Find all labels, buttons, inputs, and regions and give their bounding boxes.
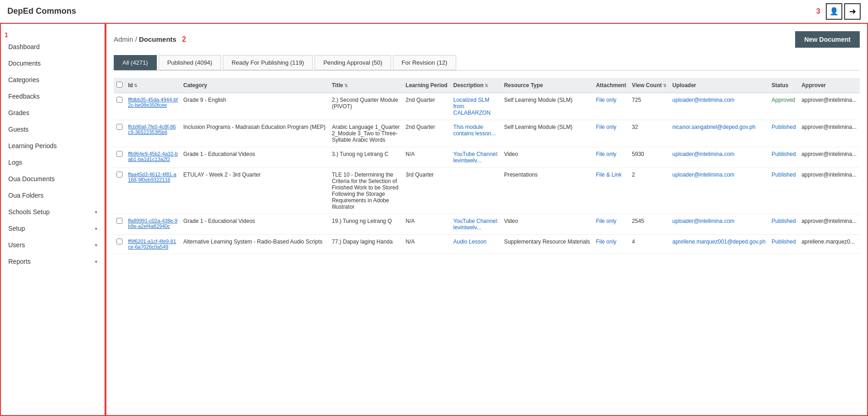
content-area: Admin / Documents 2 New Document All (42… bbox=[105, 23, 868, 416]
sidebar-item-feedbacks[interactable]: Feedbacks bbox=[1, 88, 105, 105]
logout-button[interactable]: ➜ bbox=[844, 3, 861, 20]
col-header-Uploader: Uploader bbox=[669, 78, 769, 93]
document-title: Arabic Language 1_Quarter 2_Module 3_Two… bbox=[329, 120, 403, 147]
table-row: ffa89991-c02a-438e-9b9e-a2ef4a82940cGrad… bbox=[114, 214, 860, 235]
sort-icon[interactable]: ⇅ bbox=[343, 83, 348, 88]
document-attachment: File only bbox=[593, 147, 629, 168]
sidebar-item-label: Oua Documents bbox=[8, 175, 55, 183]
sidebar-item-documents[interactable]: Documents bbox=[1, 55, 105, 72]
document-description bbox=[451, 168, 502, 214]
document-view-count: 4 bbox=[629, 235, 669, 254]
document-id-link[interactable]: ff9f6201-a1cf-4fe9-81ce-6a7026c0a549 bbox=[128, 239, 176, 250]
select-all-checkbox[interactable] bbox=[116, 82, 122, 88]
document-approver: approver@intelimina... bbox=[799, 93, 860, 120]
sidebar-item-label: Grades bbox=[8, 109, 29, 116]
sort-icon[interactable]: ⇅ bbox=[133, 83, 138, 88]
document-learning-period: N/A bbox=[403, 235, 451, 254]
chevron-down-icon: ▾ bbox=[95, 243, 97, 248]
row-checkbox[interactable] bbox=[116, 97, 122, 103]
chevron-down-icon: ▾ bbox=[95, 210, 97, 215]
document-status: Published bbox=[769, 214, 799, 235]
tab-for-revision-(12)[interactable]: For Revision (12) bbox=[393, 55, 456, 70]
document-learning-period: 3rd Quarter bbox=[403, 168, 451, 214]
sidebar-item-reports[interactable]: Reports▾ bbox=[1, 253, 105, 270]
user-profile-button[interactable]: 👤 bbox=[826, 3, 842, 20]
sidebar-item-logs[interactable]: Logs bbox=[1, 154, 105, 171]
sidebar-item-label: Documents bbox=[8, 60, 41, 67]
sidebar-item-learning-periods[interactable]: Learning Periods bbox=[1, 138, 105, 154]
sidebar-item-oua-folders[interactable]: Oua Folders bbox=[1, 187, 105, 204]
sidebar-item-guests[interactable]: Guests bbox=[1, 121, 105, 138]
sidebar-item-dashboard[interactable]: Dashboard bbox=[1, 39, 105, 55]
document-title: 3.) Tunog ng Letrang C bbox=[329, 147, 403, 168]
header: DepEd Commons 3 👤 ➜ bbox=[0, 0, 868, 23]
sidebar-item-schools-setup[interactable]: Schools Setup▾ bbox=[1, 204, 105, 220]
document-view-count: 2545 bbox=[629, 214, 669, 235]
document-attachment: File & Link bbox=[593, 168, 629, 214]
sidebar-item-categories[interactable]: Categories bbox=[1, 72, 105, 88]
content-header: Admin / Documents 2 New Document bbox=[114, 31, 860, 48]
document-id-link[interactable]: ffcb90af-7fe0-4c8f-86c9-36522353f5b6 bbox=[128, 124, 176, 135]
document-uploader: nicanor.sangabriel@deped.gov.ph bbox=[669, 120, 769, 147]
document-resource-type: Video bbox=[501, 214, 593, 235]
document-title: TLE 10 - Determining the Criteria for th… bbox=[329, 168, 403, 214]
sidebar-item-grades[interactable]: Grades bbox=[1, 105, 105, 121]
sort-icon[interactable]: ⇅ bbox=[484, 83, 489, 88]
sidebar-item-label: Schools Setup bbox=[8, 208, 50, 216]
document-id-link[interactable]: ffaa45d3-4612-4f81-a168-9f0eb9322116 bbox=[128, 172, 177, 183]
row-checkbox[interactable] bbox=[116, 151, 122, 157]
col-header-checkbox[interactable] bbox=[114, 78, 125, 93]
sort-icon[interactable]: ⇅ bbox=[662, 83, 667, 88]
breadcrumb: Admin / Documents 2 bbox=[114, 35, 186, 44]
document-status: Published bbox=[769, 120, 799, 147]
header-right: 3 👤 ➜ bbox=[816, 3, 861, 20]
document-title: 77.) Dapay laging Handa bbox=[329, 235, 403, 254]
sidebar-item-setup[interactable]: Setup▾ bbox=[1, 220, 105, 237]
tab-ready-for-publishing-(119)[interactable]: Ready For Publishing (119) bbox=[223, 55, 313, 70]
document-view-count: 2 bbox=[629, 168, 669, 214]
sidebar-item-oua-documents[interactable]: Oua Documents bbox=[1, 171, 105, 187]
document-resource-type: Presentations bbox=[501, 168, 593, 214]
document-status: Approved bbox=[769, 93, 799, 120]
tab-all-(4271)[interactable]: All (4271) bbox=[114, 55, 157, 70]
document-category: Inclusion Programs - Madrasah Education … bbox=[181, 120, 329, 147]
row-checkbox[interactable] bbox=[116, 239, 122, 244]
sidebar-badge: 1 bbox=[5, 31, 105, 39]
row-checkbox[interactable] bbox=[116, 172, 122, 177]
document-uploader: aprellene.marquez001@deped.gov.ph bbox=[669, 235, 769, 254]
col-header-Id: Id ⇅ bbox=[125, 78, 181, 93]
col-header-View Count: View Count ⇅ bbox=[629, 78, 669, 93]
document-description: YouTube Channel: levintwelv... bbox=[451, 214, 502, 235]
row-checkbox[interactable] bbox=[116, 218, 122, 224]
new-document-button[interactable]: New Document bbox=[795, 31, 860, 48]
tab-published-(4094)[interactable]: Published (4094) bbox=[159, 55, 221, 70]
table-row: ffb964e9-45b2-4a32-bab1-ba1d1c13a2f2Grad… bbox=[114, 147, 860, 168]
content-wrapper: Admin / Documents 2 New Document All (42… bbox=[105, 23, 868, 416]
document-status: Published bbox=[769, 168, 799, 214]
row-checkbox[interactable] bbox=[116, 124, 122, 130]
sidebar-item-label: Learning Periods bbox=[8, 142, 57, 150]
tab-pending-approval-(50)[interactable]: Pending Approval (50) bbox=[315, 55, 391, 70]
document-description: This module contains lesson... bbox=[451, 120, 502, 147]
document-approver: approver@intelimina... bbox=[799, 147, 860, 168]
breadcrumb-badge: 2 bbox=[182, 35, 186, 43]
sidebar-item-users[interactable]: Users▾ bbox=[1, 237, 105, 253]
document-learning-period: 2nd Quarter bbox=[403, 93, 451, 120]
document-approver: approver@intelimina... bbox=[799, 214, 860, 235]
col-header-Resource Type: Resource Type bbox=[501, 78, 593, 93]
documents-table-container: Id ⇅CategoryTitle ⇅Learning PeriodDescri… bbox=[114, 78, 860, 254]
document-attachment: File only bbox=[593, 214, 629, 235]
documents-table: Id ⇅CategoryTitle ⇅Learning PeriodDescri… bbox=[114, 78, 860, 254]
sidebar-item-label: Users bbox=[8, 241, 25, 249]
app-title: DepEd Commons bbox=[7, 6, 76, 16]
document-resource-type: Self Learning Module (SLM) bbox=[501, 120, 593, 147]
document-status: Published bbox=[769, 147, 799, 168]
sidebar-item-label: Setup bbox=[8, 225, 25, 232]
document-attachment: File only bbox=[593, 235, 629, 254]
document-resource-type: Video bbox=[501, 147, 593, 168]
document-id-link[interactable]: ffb964e9-45b2-4a32-bab1-ba1d1c13a2f2 bbox=[128, 151, 178, 162]
document-id-link[interactable]: ffa89991-c02a-438e-9b9e-a2ef4a82940c bbox=[128, 218, 177, 229]
document-view-count: 5930 bbox=[629, 147, 669, 168]
document-id-link[interactable]: fffdbb35-45da-4944-bf2c-be08e350fcee bbox=[128, 97, 177, 108]
sidebar-item-label: Guests bbox=[8, 126, 28, 133]
